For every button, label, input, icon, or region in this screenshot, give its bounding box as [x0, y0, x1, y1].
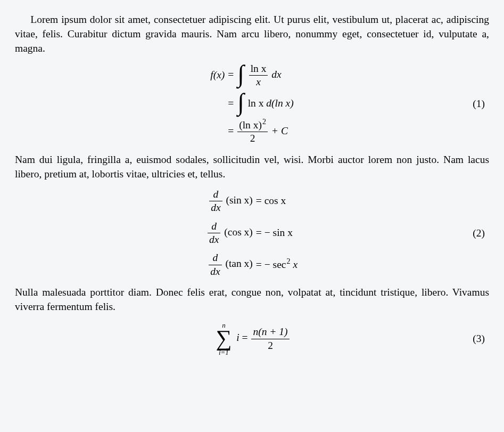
ddx-num: d [210, 221, 218, 233]
eq2-sec-exp: 2 [287, 257, 291, 265]
eq1-plus-c: + C [271, 125, 288, 136]
equals-sign: = [228, 97, 236, 108]
eq3-rhs-frac: n(n + 1) 2 [251, 327, 289, 351]
equation-3: n ∑ i=1 i = n(n + 1) 2 (3) [15, 322, 489, 356]
eq3-den: 2 [266, 339, 275, 351]
equals-sign: = [228, 125, 236, 136]
sinx: (sin x) [226, 194, 252, 206]
ddx-num: d [212, 189, 220, 201]
eq2-sec-x: x [291, 259, 298, 270]
eq2-r2b: sin x [273, 227, 293, 238]
paragraph-3: Nulla malesuada porttitor diam. Donec fe… [15, 286, 489, 314]
ddx-1: d dx [209, 189, 222, 214]
paragraph-2: Nam dui ligula, fringilla a, euismod sod… [15, 153, 489, 182]
eq1-lnx2-exp: 2 [262, 117, 266, 126]
eq1-line2-lnx: ln x [248, 97, 264, 108]
eq1-lnx2-base: (ln x) [239, 119, 262, 131]
eq1-frac3: (ln x)2 2 [237, 120, 268, 144]
sigma-icon: ∑ [216, 329, 232, 349]
equation-number-1: (1) [473, 96, 485, 111]
equation-1: f(x) = ∫ ln x x dx = ∫ ln x d(ln x) = [15, 63, 489, 144]
equation-2: d dx (sin x) = cos x d dx (cos x) = − si… [15, 189, 489, 278]
eq1-dx: dx [271, 69, 281, 80]
eq1-frac1-den: x [254, 76, 262, 87]
ddx-num: d [211, 252, 219, 264]
eq1-lnx-num: ln x [251, 63, 267, 74]
tanx: (tan x) [225, 258, 252, 270]
eq2-r1: = cos x [256, 194, 298, 208]
eq2-sec: sec [273, 259, 286, 270]
ddx-den: dx [209, 201, 222, 213]
eq3-num: n(n + 1) [251, 327, 289, 338]
eq1-frac3-num: (ln x)2 [237, 120, 268, 132]
eq1-frac1: ln x x [249, 63, 268, 88]
sum-term: i [236, 332, 239, 344]
integral-icon: ∫ [237, 94, 244, 111]
sum-lower: i=1 [219, 349, 229, 356]
ddx-den: dx [208, 233, 220, 245]
eq2-r3a: = − [256, 259, 270, 270]
equation-number-3: (3) [473, 332, 485, 346]
eq1-frac3-den: 2 [249, 132, 257, 144]
ddx-2: d dx [208, 221, 220, 246]
paragraph-1: Lorem ipsum dolor sit amet, consectetuer… [15, 13, 489, 56]
eq1-lhs-text: f(x) [210, 69, 225, 80]
cosx: (cos x) [224, 226, 253, 238]
integral-icon: ∫ [237, 66, 244, 83]
ddx-3: d dx [209, 252, 221, 277]
ddx-den: dx [209, 265, 221, 277]
eq2-r2a: = − [256, 227, 270, 238]
equals-sign: = [228, 69, 236, 80]
summation-icon: n ∑ i=1 [216, 322, 232, 356]
equals-sign: = [242, 332, 251, 344]
eq1-lhs: f(x) [210, 69, 225, 80]
equation-number-2: (2) [473, 226, 485, 240]
eq1-line2-dlnx: d(ln x) [266, 97, 293, 108]
eq1-frac1-num: ln x [249, 63, 268, 75]
